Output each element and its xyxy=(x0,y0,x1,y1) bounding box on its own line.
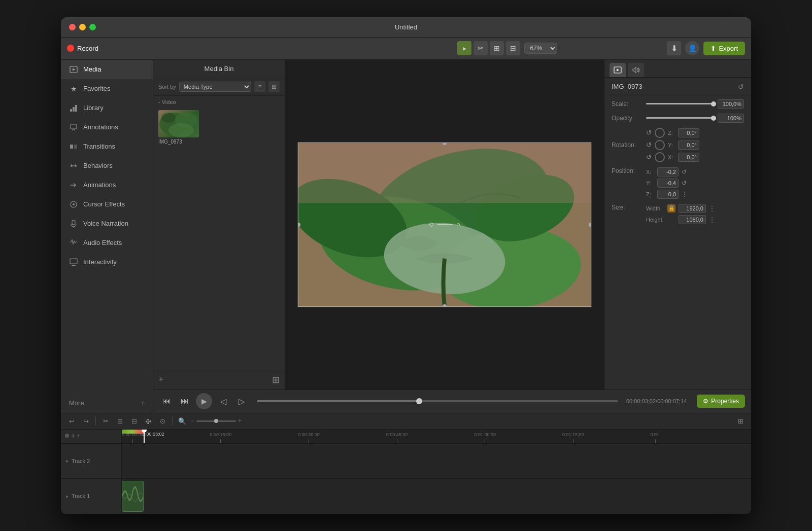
track-2-row xyxy=(122,444,751,479)
width-stepper[interactable]: ⋮ xyxy=(709,205,715,212)
pos-z-input[interactable] xyxy=(657,190,679,199)
sidebar-item-library[interactable]: Library xyxy=(61,98,153,118)
opacity-slider[interactable] xyxy=(646,117,714,119)
svg-point-7 xyxy=(71,165,73,167)
sort-select[interactable]: Media Type Name Date xyxy=(179,82,251,92)
grid-toggle-button[interactable]: ⊞ xyxy=(272,374,280,385)
record-button[interactable]: Record xyxy=(67,45,98,52)
media-item-label: IMG_0973 xyxy=(158,139,199,145)
export-button[interactable]: ⬆ Export xyxy=(703,42,745,55)
pos-x-label: X: xyxy=(646,169,654,175)
rotation-x-icon[interactable]: ↺ xyxy=(646,153,652,161)
account-button[interactable]: 👤 xyxy=(685,41,699,55)
close-button[interactable] xyxy=(69,24,76,30)
preview-canvas xyxy=(297,142,592,307)
height-row: Height: ⋮ xyxy=(646,215,744,224)
opacity-value[interactable] xyxy=(718,114,744,123)
position-label: Position: xyxy=(612,167,642,174)
screenshot-tl-button[interactable]: ⊙ xyxy=(157,415,168,427)
rotation-y-icon[interactable]: ↺ xyxy=(646,141,652,149)
rotation-x-value[interactable] xyxy=(678,153,699,162)
zoom-track[interactable] xyxy=(196,420,236,422)
sidebar-item-media[interactable]: Media xyxy=(61,60,153,79)
opacity-row: Opacity: xyxy=(612,114,744,123)
playhead[interactable] xyxy=(144,430,145,443)
width-label: Width: xyxy=(646,205,664,211)
rotation-z-wheel[interactable] xyxy=(655,128,665,138)
height-input[interactable] xyxy=(679,215,706,224)
select-tool[interactable]: ▸ xyxy=(457,41,471,55)
sidebar-item-audio-effects[interactable]: Audio Effects xyxy=(61,233,153,253)
pos-y-reset[interactable]: ↺ xyxy=(682,180,687,187)
scale-slider[interactable] xyxy=(646,103,714,104)
sidebar-more[interactable]: More + xyxy=(61,393,153,413)
preview-area xyxy=(285,60,604,390)
minimize-button[interactable] xyxy=(79,24,86,30)
pos-x-reset[interactable]: ↺ xyxy=(682,168,687,175)
media-item-img0973[interactable]: IMG_0973 xyxy=(158,110,199,145)
sidebar-item-transitions[interactable]: Transitions xyxy=(61,137,153,156)
lock-aspect-button[interactable]: 🔒 xyxy=(667,204,675,213)
pos-x-input[interactable] xyxy=(657,167,679,176)
zoom-plus-icon: + xyxy=(238,417,242,424)
media-bin-title: Media Bin xyxy=(153,60,285,78)
undo-button[interactable]: ↩ xyxy=(66,415,77,427)
width-input[interactable] xyxy=(679,204,706,213)
media-bin: Media Bin Sort by Media Type Name Date ≡… xyxy=(153,60,285,390)
video-props-tab[interactable] xyxy=(610,63,626,77)
pos-y-input[interactable] xyxy=(657,179,679,188)
expand-timeline-button[interactable]: ⊞ xyxy=(735,415,746,427)
playback-scrubber[interactable] xyxy=(257,400,618,402)
properties-button[interactable]: ⚙ Properties xyxy=(697,395,745,408)
audio-props-tab[interactable] xyxy=(628,63,644,77)
add-track-button[interactable]: + xyxy=(71,432,75,440)
sidebar-item-interactivity[interactable]: Interactivity xyxy=(61,253,153,272)
sidebar-item-animations[interactable]: Animations xyxy=(61,175,153,195)
pos-y-row: Y: ↺ xyxy=(646,179,744,188)
next-marker-button[interactable]: ▷ xyxy=(234,394,249,408)
list-view-button[interactable]: ≡ xyxy=(254,81,265,92)
track-1-collapse[interactable]: ▸ xyxy=(66,493,69,499)
redo-button[interactable]: ↪ xyxy=(80,415,91,427)
step-back-button[interactable]: ⏭ xyxy=(178,394,192,408)
sidebar-item-cursor-effects[interactable]: Cursor Effects xyxy=(61,195,153,214)
zoom-select[interactable]: 67% 50% 100% xyxy=(524,43,557,54)
paste-button[interactable]: ⊟ xyxy=(128,415,140,427)
export-icon: ⬆ xyxy=(710,45,716,52)
rotation-z-value[interactable] xyxy=(678,128,699,137)
maximize-button[interactable] xyxy=(89,24,96,30)
track-2-collapse[interactable]: ▸ xyxy=(66,458,69,464)
sidebar-item-annotations[interactable]: Annotations xyxy=(61,118,153,137)
split-button[interactable]: ⧾ xyxy=(143,415,154,427)
scale-value[interactable] xyxy=(718,99,744,109)
download-button[interactable]: ⬇ xyxy=(667,41,681,55)
sidebar-item-voice-narration[interactable]: Voice Narration xyxy=(61,214,153,233)
rotation-y-value[interactable] xyxy=(678,140,699,150)
grid-view-button[interactable]: ⊞ xyxy=(268,81,280,92)
go-start-button[interactable]: ⏮ xyxy=(159,394,174,408)
svg-rect-5 xyxy=(70,145,73,149)
rotation-y-wheel[interactable] xyxy=(655,140,665,150)
crop-tool[interactable]: ⊞ xyxy=(490,41,504,55)
rotation-z-icon[interactable]: ↺ xyxy=(646,129,652,136)
media-icon xyxy=(69,65,78,74)
screenshot-tool[interactable]: ⊟ xyxy=(506,41,520,55)
play-button[interactable]: ▶ xyxy=(196,393,212,409)
rotation-x-wheel[interactable] xyxy=(655,152,665,162)
sidebar-item-favorites[interactable]: ★ Favorites xyxy=(61,79,153,98)
sidebar-item-behaviors[interactable]: Behaviors xyxy=(61,156,153,175)
height-stepper[interactable]: ⋮ xyxy=(709,216,715,223)
pos-z-stepper[interactable]: ⋮ xyxy=(682,191,688,198)
snap-button[interactable] xyxy=(65,434,69,438)
trim-tool[interactable]: ✂ xyxy=(473,41,488,55)
rotation-label: Rotation: xyxy=(612,141,642,149)
copy-button[interactable]: ⊞ xyxy=(114,415,125,427)
zoom-tool[interactable]: 🔍 xyxy=(177,415,188,427)
props-refresh-button[interactable]: ↺ xyxy=(738,83,744,91)
height-label: Height: xyxy=(646,217,664,223)
add-media-button[interactable]: + xyxy=(158,374,164,385)
cut-button[interactable]: ✂ xyxy=(100,415,111,427)
prev-marker-button[interactable]: ◁ xyxy=(216,394,230,408)
video-clip[interactable] xyxy=(122,481,144,512)
ruler-mark-60: 0:01:00;00 xyxy=(474,432,496,443)
